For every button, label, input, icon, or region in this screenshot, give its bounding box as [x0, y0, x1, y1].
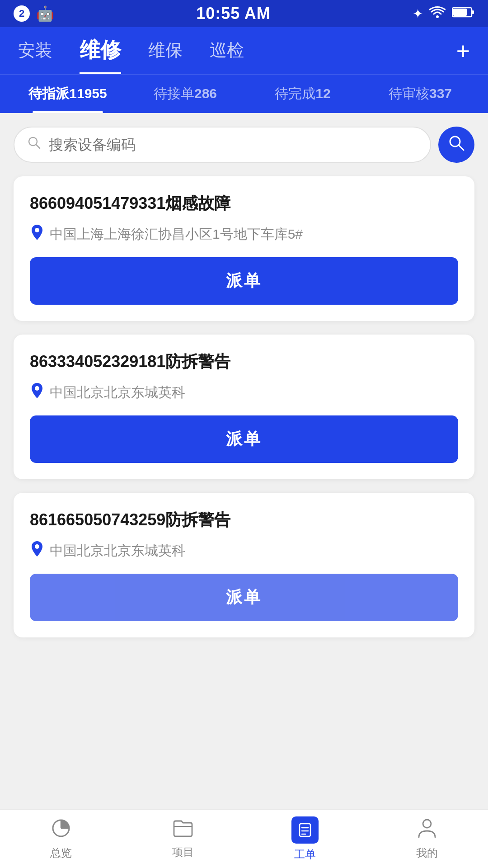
subtab-pending-dispatch-count: 11955 — [69, 86, 107, 101]
tab-inspect[interactable]: 巡检 — [210, 39, 244, 72]
card-title: 866094051479331烟感故障 — [30, 193, 458, 215]
search-icon-small — [27, 136, 42, 154]
workorder-label: 工单 — [294, 847, 316, 862]
workorder-icon — [291, 816, 319, 844]
add-button[interactable]: + — [456, 38, 470, 73]
dispatch-button[interactable]: 派单 — [30, 257, 458, 305]
battery-icon — [452, 6, 474, 22]
svg-point-0 — [436, 15, 439, 18]
tab-maintain[interactable]: 维保 — [148, 39, 183, 72]
status-bar: 2 🤖 10:55 AM ✦ — [0, 0, 488, 27]
mine-label: 我的 — [416, 846, 438, 860]
location-icon — [30, 382, 44, 403]
subtab-pending-review[interactable]: 待审核337 — [361, 75, 479, 113]
card-location-text: 中国北京北京东城英科 — [50, 383, 185, 402]
subtab-pending-accept-count: 286 — [194, 86, 217, 101]
card-title: 863334052329181防拆警告 — [30, 351, 458, 373]
svg-line-5 — [36, 145, 40, 148]
location-icon — [30, 540, 44, 561]
sub-tabs: 待指派11955 待接单286 待完成12 待审核337 — [0, 74, 488, 113]
card-list: 866094051479331烟感故障 中国上海上海徐汇协昌小区1号地下车库5#… — [0, 172, 488, 642]
dispatch-button[interactable]: 派单 — [30, 574, 458, 621]
subtab-pending-review-count: 337 — [429, 86, 452, 101]
folder-icon — [172, 818, 194, 841]
overview-label: 总览 — [50, 846, 72, 860]
pie-chart-icon — [50, 817, 72, 842]
status-bar-time: 10:55 AM — [196, 4, 271, 23]
list-item: 866094051479331烟感故障 中国上海上海徐汇协昌小区1号地下车库5#… — [14, 176, 474, 321]
card-location: 中国北京北京东城英科 — [30, 540, 458, 561]
bottom-nav-workorder[interactable]: 工单 — [244, 810, 366, 868]
card-location: 中国北京北京东城英科 — [30, 382, 458, 403]
bottom-nav-project[interactable]: 项目 — [122, 810, 244, 868]
subtab-pending-accept-label: 待接单 — [154, 86, 194, 101]
wifi-icon — [429, 6, 446, 22]
search-container — [0, 113, 488, 172]
status-bar-right: ✦ — [413, 6, 474, 22]
card-location: 中国上海上海徐汇协昌小区1号地下车库5# — [30, 224, 458, 245]
status-bar-left: 2 🤖 — [14, 5, 54, 22]
tab-install[interactable]: 安装 — [18, 39, 52, 72]
list-item: 863334052329181防拆警告 中国北京北京东城英科 派单 — [14, 335, 474, 479]
subtab-pending-review-label: 待审核 — [389, 86, 429, 101]
subtab-pending-dispatch-label: 待指派 — [28, 86, 69, 101]
notification-badge: 2 — [14, 5, 30, 22]
subtab-pending-complete-count: 12 — [315, 86, 330, 101]
location-icon — [30, 224, 44, 245]
subtab-pending-accept[interactable]: 待接单286 — [127, 75, 244, 113]
svg-point-10 — [35, 544, 39, 549]
subtab-pending-complete-label: 待完成 — [275, 86, 315, 101]
top-nav: 安装 维修 维保 巡检 + — [0, 27, 488, 74]
list-item: 861665050743259防拆警告 中国北京北京东城英科 派单 — [14, 493, 474, 637]
search-icon-large — [447, 134, 465, 156]
bottom-nav-overview[interactable]: 总览 — [0, 810, 122, 868]
person-icon — [417, 817, 437, 842]
android-icon: 🤖 — [36, 5, 54, 22]
search-input-wrapper — [14, 127, 431, 163]
dispatch-button[interactable]: 派单 — [30, 415, 458, 463]
search-input[interactable] — [49, 137, 418, 153]
bottom-nav-mine[interactable]: 我的 — [366, 810, 488, 868]
svg-point-8 — [35, 228, 39, 232]
svg-point-9 — [35, 386, 39, 391]
top-nav-tabs: 安装 维修 维保 巡检 — [18, 36, 244, 74]
bluetooth-icon: ✦ — [413, 6, 423, 21]
card-title: 861665050743259防拆警告 — [30, 509, 458, 531]
subtab-pending-complete[interactable]: 待完成12 — [244, 75, 361, 113]
tab-repair[interactable]: 维修 — [80, 36, 121, 74]
search-button[interactable] — [438, 127, 474, 163]
card-location-text: 中国北京北京东城英科 — [50, 542, 185, 560]
svg-line-7 — [459, 145, 464, 150]
subtab-pending-dispatch[interactable]: 待指派11955 — [9, 75, 127, 113]
svg-point-19 — [423, 820, 431, 828]
svg-rect-3 — [472, 10, 474, 14]
bottom-nav: 总览 项目 工单 — [0, 809, 488, 868]
card-location-text: 中国上海上海徐汇协昌小区1号地下车库5# — [50, 225, 303, 244]
project-label: 项目 — [172, 845, 194, 859]
svg-rect-2 — [453, 9, 467, 16]
